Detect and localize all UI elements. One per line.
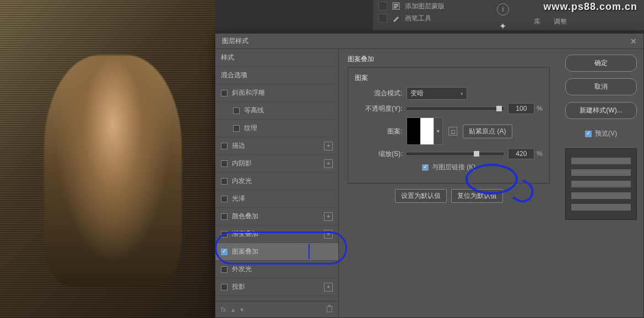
panel-tabs: 库 调整	[523, 15, 644, 28]
plus-icon[interactable]: +	[324, 159, 333, 168]
close-icon[interactable]: ✕	[630, 37, 637, 46]
group-label: 图案	[355, 73, 543, 83]
cancel-button[interactable]: 取消	[565, 78, 637, 95]
svg-rect-1	[394, 4, 398, 5]
style-label: 外发光	[232, 265, 252, 274]
style-label: 纹理	[244, 123, 257, 133]
style-label: 内发光	[232, 176, 252, 186]
arrow-up-icon[interactable]: ▴	[231, 306, 235, 314]
plus-icon[interactable]: +	[324, 212, 333, 221]
plus-icon[interactable]: +	[324, 142, 333, 150]
row-opacity: 不透明度(Y): 100 %	[355, 103, 543, 114]
row-pattern: 图案: ▾ ◻ 贴紧原点 (A)	[355, 117, 543, 145]
new-pattern-icon[interactable]: ◻	[448, 127, 457, 136]
svg-rect-3	[394, 7, 397, 8]
blend-mode-label: 混合模式:	[355, 89, 402, 98]
style-contour[interactable]: 等高线	[215, 102, 338, 120]
settings-panel: 图案叠加 图案 混合模式: 变暗 ▾ 不透明度(Y): 100 %	[339, 49, 559, 317]
style-gradient-overlay[interactable]: 渐变叠加+	[215, 225, 338, 243]
style-satin[interactable]: 光泽	[215, 190, 338, 208]
top-tools-panel: 添加图层蒙版 画笔工具 i www.ps88.com.cn 库 调整 ✦	[372, 0, 644, 30]
style-label: 描边	[232, 141, 245, 150]
link-layer-checkbox[interactable]: 与图层链接 (K)	[422, 163, 475, 172]
tab-library[interactable]: 库	[528, 15, 546, 28]
scale-input[interactable]: 420	[508, 148, 534, 159]
styles-footer: fx ▴ ▾	[215, 301, 338, 317]
svg-rect-2	[394, 6, 398, 7]
style-stroke[interactable]: 描边+	[215, 137, 338, 155]
checkbox-icon	[378, 14, 387, 23]
plus-icon[interactable]: +	[324, 283, 333, 292]
opacity-input[interactable]: 100	[508, 103, 534, 114]
checkbox-icon	[378, 2, 387, 10]
slider-thumb[interactable]	[496, 106, 502, 111]
styles-list: 样式 混合选项 斜面和浮雕 等高线 纹理 描边+ 内阴影+ 内发光 光泽 颜色叠…	[215, 49, 339, 317]
opacity-slider[interactable]	[407, 107, 504, 110]
dialog-titlebar: 图层样式 ✕	[215, 34, 643, 49]
ok-button[interactable]: 确定	[565, 55, 637, 72]
style-label: 渐变叠加	[232, 229, 258, 239]
blend-mode-select[interactable]: 变暗 ▾	[407, 87, 467, 100]
layer-style-dialog: 图层样式 ✕ 样式 混合选项 斜面和浮雕 等高线 纹理 描边+ 内阴影+ 内发光…	[215, 33, 644, 318]
default-buttons-row: 设置为默认值 复位为默认值	[348, 189, 550, 203]
preview-checkbox[interactable]: 预览(V)	[565, 129, 637, 138]
tab-adjust[interactable]: 调整	[548, 15, 572, 28]
tool-label: 画笔工具	[405, 14, 431, 23]
scale-slider[interactable]	[407, 153, 504, 155]
checkbox-icon	[422, 164, 429, 171]
opacity-unit: %	[537, 105, 543, 112]
row-scale: 缩放(S): 420 %	[355, 148, 543, 159]
style-label: 光泽	[232, 194, 245, 203]
style-bevel[interactable]: 斜面和浮雕	[215, 84, 338, 102]
style-color-overlay[interactable]: 颜色叠加+	[215, 208, 338, 225]
slider-thumb[interactable]	[474, 151, 479, 157]
link-layer-label: 与图层链接 (K)	[432, 163, 475, 172]
style-label: 颜色叠加	[232, 212, 258, 221]
preview-thumbnail	[565, 148, 637, 220]
canvas-image	[0, 0, 215, 318]
tool-label: 添加图层蒙版	[405, 2, 445, 11]
preview-label: 预览(V)	[595, 129, 617, 138]
trash-icon[interactable]	[326, 305, 333, 314]
canvas-area	[0, 0, 215, 318]
snap-origin-button[interactable]: 贴紧原点 (A)	[463, 125, 512, 138]
brush-icon	[392, 14, 401, 23]
mask-icon	[392, 2, 401, 10]
style-outer-glow[interactable]: 外发光	[215, 261, 338, 278]
style-texture[interactable]: 纹理	[215, 120, 338, 137]
style-inner-glow[interactable]: 内发光	[215, 173, 338, 190]
watermark-text: www.ps88.com.cn	[544, 1, 637, 13]
section-title: 图案叠加	[348, 55, 550, 64]
set-default-button[interactable]: 设置为默认值	[395, 189, 447, 203]
fx-label[interactable]: fx	[221, 306, 226, 314]
style-label: 投影	[232, 282, 245, 292]
pattern-group: 图案 混合模式: 变暗 ▾ 不透明度(Y): 100 %	[348, 67, 550, 184]
style-label: 等高线	[244, 106, 264, 115]
dialog-buttons-column: 确定 取消 新建样式(W)... 预览(V)	[559, 49, 643, 317]
photo-subject	[44, 55, 182, 287]
row-link: 与图层链接 (K)	[355, 163, 543, 172]
info-icon[interactable]: i	[497, 3, 509, 15]
wand-icon[interactable]: ✦	[499, 21, 506, 31]
new-style-button[interactable]: 新建样式(W)...	[565, 102, 637, 119]
chevron-down-icon: ▾	[461, 91, 463, 96]
arrow-down-icon[interactable]: ▾	[240, 306, 243, 314]
blending-options[interactable]: 混合选项	[215, 67, 338, 84]
select-value: 变暗	[410, 89, 424, 98]
pattern-dropdown[interactable]: ▾	[434, 117, 443, 145]
scale-unit: %	[537, 150, 543, 158]
style-pattern-overlay[interactable]: 图案叠加	[215, 243, 338, 261]
dialog-title: 图层样式	[222, 36, 248, 46]
style-label: 斜面和浮雕	[232, 88, 265, 98]
styles-header[interactable]: 样式	[215, 49, 338, 67]
pattern-label: 图案:	[355, 127, 402, 136]
style-label: 图案叠加	[232, 247, 258, 256]
reset-default-button[interactable]: 复位为默认值	[451, 189, 503, 203]
style-inner-shadow[interactable]: 内阴影+	[215, 155, 338, 173]
style-label: 内阴影	[232, 159, 252, 168]
plus-icon[interactable]: +	[324, 230, 333, 239]
pattern-swatch[interactable]	[407, 117, 434, 145]
opacity-label: 不透明度(Y):	[355, 104, 402, 114]
style-drop-shadow[interactable]: 投影+	[215, 278, 338, 296]
scale-label: 缩放(S):	[355, 149, 402, 159]
